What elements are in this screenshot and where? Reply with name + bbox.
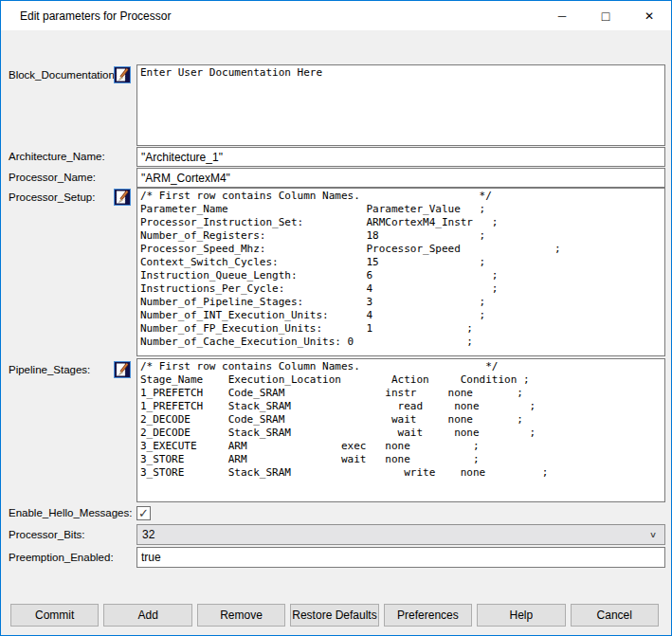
dialog-button-row: Commit Add Remove Restore Defaults Prefe… [10, 604, 659, 627]
edit-parameters-dialog: Edit parameters for Processor ─ □ ✕ Bloc… [0, 0, 672, 636]
chevron-down-icon: ∨ [649, 530, 657, 539]
processor-bits-dropdown[interactable]: 32 ∨ [136, 524, 665, 545]
processor-setup-textarea[interactable]: /* First row contains Column Names. */ P… [136, 188, 665, 356]
add-button[interactable]: Add [103, 604, 191, 627]
processor-setup-edit-button[interactable] [114, 189, 131, 206]
cancel-button[interactable]: Cancel [571, 604, 659, 627]
window-title: Edit parameters for Processor [20, 9, 171, 23]
pipeline-stages-textarea[interactable]: /* First row contains Column Names. */ S… [136, 358, 665, 502]
checkmark-icon: ✓ [138, 506, 149, 520]
processor-bits-value: 32 [142, 528, 154, 541]
titlebar: Edit parameters for Processor ─ □ ✕ [1, 1, 671, 30]
remove-button[interactable]: Remove [197, 604, 285, 627]
enable-hello-messages-checkbox[interactable]: ✓ [136, 506, 151, 520]
minimize-button[interactable]: ─ [540, 1, 584, 30]
block-documentation-textarea[interactable]: Enter User Documentation Here [136, 64, 665, 146]
processor-name-label: Processor_Name: [9, 172, 96, 183]
maximize-button[interactable]: □ [584, 1, 627, 30]
preemption-enabled-input[interactable] [136, 547, 665, 568]
window-controls: ─ □ ✕ [540, 1, 671, 30]
maximize-icon: □ [602, 9, 609, 24]
pipeline-stages-label: Pipeline_Stages: [9, 364, 90, 375]
close-button[interactable]: ✕ [627, 1, 671, 30]
commit-button[interactable]: Commit [10, 604, 99, 627]
preferences-button[interactable]: Preferences [384, 604, 472, 627]
block-documentation-edit-button[interactable] [114, 66, 131, 83]
processor-setup-label: Processor_Setup: [9, 191, 95, 203]
edit-pencil-icon [115, 190, 130, 205]
close-icon: ✕ [645, 9, 654, 23]
restore-defaults-button[interactable]: Restore Defaults [290, 604, 378, 627]
minimize-icon: ─ [558, 9, 567, 23]
block-documentation-label: Block_Documentation: [9, 69, 118, 81]
help-button[interactable]: Help [477, 604, 565, 627]
architecture-name-input[interactable] [136, 147, 665, 167]
edit-pencil-icon [115, 362, 130, 377]
pipeline-stages-edit-button[interactable] [114, 361, 131, 378]
processor-name-input[interactable] [136, 168, 665, 188]
enable-hello-messages-label: Enable_Hello_Messages: [9, 507, 132, 518]
edit-pencil-icon [115, 67, 130, 82]
preemption-enabled-label: Preemption_Enabled: [9, 552, 114, 563]
processor-bits-label: Processor_Bits: [9, 529, 85, 540]
architecture-name-label: Architecture_Name: [9, 151, 105, 162]
